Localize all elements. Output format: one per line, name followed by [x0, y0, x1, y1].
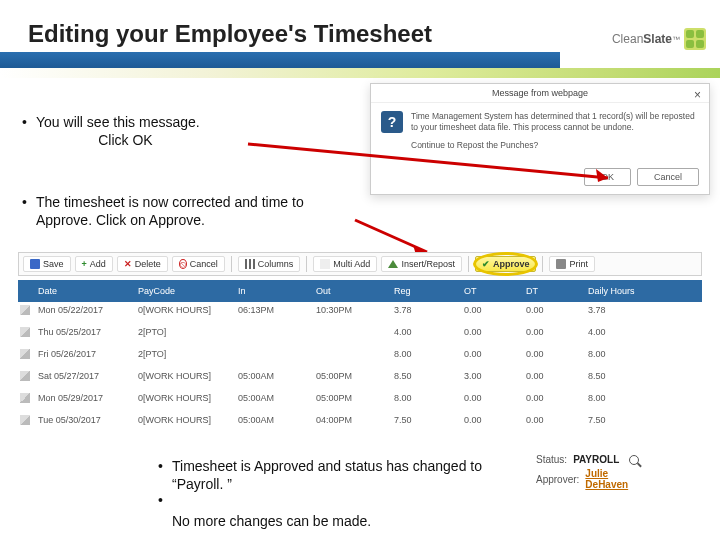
approve-button[interactable]: ✔Approve — [475, 256, 537, 272]
insert-icon — [388, 260, 398, 268]
print-button[interactable]: Print — [549, 256, 595, 272]
row-handle[interactable] — [20, 371, 30, 381]
bullet-1: • You will see this message. Click OK — [22, 114, 352, 149]
check-icon: ✔ — [482, 259, 490, 269]
bullet-2: • The timesheet is now corrected and tim… — [22, 194, 362, 229]
row-handle[interactable] — [20, 393, 30, 403]
svg-line-2 — [355, 220, 427, 252]
row-handle[interactable] — [20, 305, 30, 315]
save-icon — [30, 259, 40, 269]
dialog-text: Time Management System has determined th… — [411, 111, 699, 151]
dialog-title: Message from webpage — [371, 84, 709, 103]
columns-button[interactable]: Columns — [238, 256, 301, 272]
table-row[interactable]: Sat 05/27/20170[WORK HOURS]05:00AM05:00P… — [18, 368, 702, 390]
row-handle[interactable] — [20, 415, 30, 425]
table-row[interactable]: Mon 05/22/20170[WORK HOURS]06:13PM10:30P… — [18, 302, 702, 324]
table-row[interactable]: Mon 05/29/20170[WORK HOURS]05:00AM05:00P… — [18, 390, 702, 412]
table-row[interactable]: Thu 05/25/20172[PTO]4.000.000.004.00 — [18, 324, 702, 346]
brand-logo: CleanSlate™ — [612, 28, 706, 50]
table-row[interactable]: Tue 05/30/20170[WORK HOURS]05:00AM04:00P… — [18, 412, 702, 434]
question-icon: ? — [381, 111, 403, 133]
print-icon — [556, 259, 566, 269]
header-blue-bar — [0, 52, 560, 68]
cancel-button[interactable]: Cancel — [637, 168, 699, 186]
timesheet-table: Date PayCode In Out Reg OT DT Daily Hour… — [18, 280, 702, 434]
delete-button[interactable]: ✕Delete — [117, 256, 168, 272]
row-handle[interactable] — [20, 327, 30, 337]
row-handle[interactable] — [20, 349, 30, 359]
brand-icon — [684, 28, 706, 50]
header-gradient-strip — [0, 68, 720, 78]
x-icon: ✕ — [124, 259, 132, 269]
page-title: Editing your Employee's Timesheet — [28, 20, 432, 48]
plus-icon: + — [82, 259, 87, 269]
save-button[interactable]: Save — [23, 256, 71, 272]
message-dialog: Message from webpage × ? Time Management… — [370, 83, 710, 195]
table-header: Date PayCode In Out Reg OT DT Daily Hour… — [18, 280, 702, 302]
multiadd-button[interactable]: Multi Add — [313, 256, 377, 272]
approver-name[interactable]: JulieDeHaven — [585, 468, 628, 490]
cancel-icon: ⦸ — [179, 259, 187, 269]
insert-button[interactable]: Insert/Repost — [381, 256, 462, 272]
magnifier-icon[interactable] — [629, 455, 639, 465]
cancel-button-tb[interactable]: ⦸Cancel — [172, 256, 225, 272]
columns-icon — [245, 259, 255, 269]
bullet-3: •Timesheet is Approved and status has ch… — [158, 458, 498, 530]
timesheet-toolbar: Save +Add ✕Delete ⦸Cancel Columns Multi … — [18, 252, 702, 276]
add-button[interactable]: +Add — [75, 256, 113, 272]
table-row[interactable]: Fri 05/26/20172[PTO]8.000.000.008.00 — [18, 346, 702, 368]
status-panel: Status: PAYROLL Approver: JulieDeHaven — [536, 454, 700, 493]
close-icon[interactable]: × — [694, 88, 701, 102]
ok-button[interactable]: OK — [584, 168, 631, 186]
multiadd-icon — [320, 259, 330, 269]
